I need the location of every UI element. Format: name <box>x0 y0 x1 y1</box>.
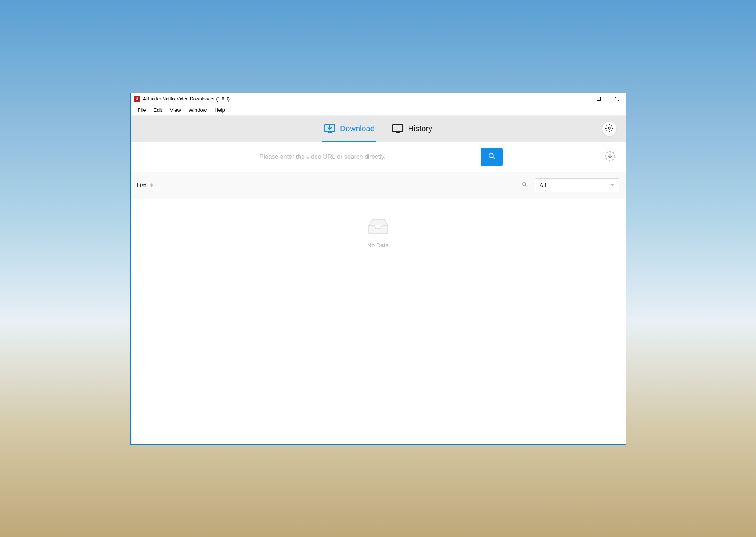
download-icon <box>324 124 335 134</box>
menubar: File Edit View Window Help <box>131 105 626 116</box>
minimize-button[interactable] <box>572 93 590 105</box>
list-label: List <box>137 182 146 188</box>
tabs-row: Download History <box>131 116 626 142</box>
close-button[interactable] <box>608 93 626 105</box>
svg-line-10 <box>493 157 495 159</box>
chevron-down-icon <box>610 184 614 186</box>
empty-state: No Data <box>367 218 389 293</box>
titlebar: ⬇ 4kFinder Netflix Video Downloader (1.6… <box>131 93 626 105</box>
list-header: List All <box>131 172 626 199</box>
svg-point-8 <box>608 127 610 129</box>
search-button[interactable] <box>481 148 503 166</box>
menu-file[interactable]: File <box>134 106 150 114</box>
gear-icon <box>605 124 614 134</box>
search-row <box>131 142 626 172</box>
menu-view[interactable]: View <box>166 106 185 114</box>
filter-select[interactable]: All <box>535 178 619 192</box>
tab-history-label: History <box>408 124 432 133</box>
tab-download[interactable]: Download <box>322 116 376 142</box>
search-input[interactable] <box>254 148 481 166</box>
menu-help[interactable]: Help <box>210 106 229 114</box>
window-controls <box>572 93 626 105</box>
svg-rect-7 <box>396 132 400 133</box>
content-area: No Data <box>131 199 626 444</box>
empty-text: No Data <box>367 242 389 248</box>
tab-history[interactable]: History <box>390 116 434 142</box>
menu-edit[interactable]: Edit <box>149 106 166 114</box>
svg-rect-6 <box>393 125 403 132</box>
svg-rect-1 <box>597 97 600 100</box>
app-icon: ⬇ <box>134 96 140 102</box>
history-icon <box>392 124 403 134</box>
list-search-button[interactable] <box>521 182 528 188</box>
list-sort[interactable]: List <box>137 182 153 188</box>
search-icon <box>488 153 495 161</box>
filter-selected-label: All <box>540 182 546 188</box>
inbox-icon <box>367 218 389 237</box>
svg-rect-5 <box>328 132 332 133</box>
settings-button[interactable] <box>602 122 616 136</box>
search-wrap <box>254 148 503 166</box>
download-progress-icon <box>604 150 616 164</box>
sort-icon <box>150 183 153 187</box>
svg-point-12 <box>522 182 526 186</box>
list-right: All <box>521 178 619 192</box>
menu-window[interactable]: Window <box>185 106 210 114</box>
download-progress-button[interactable] <box>604 151 616 163</box>
maximize-button[interactable] <box>590 93 608 105</box>
svg-point-9 <box>489 153 493 158</box>
tabs-center: Download History <box>322 116 434 142</box>
window-title: 4kFinder Netflix Video Downloader (1.6.0… <box>143 96 572 102</box>
app-window: ⬇ 4kFinder Netflix Video Downloader (1.6… <box>130 93 626 445</box>
tab-download-label: Download <box>340 124 375 133</box>
svg-line-13 <box>525 185 526 187</box>
search-icon <box>521 181 527 189</box>
